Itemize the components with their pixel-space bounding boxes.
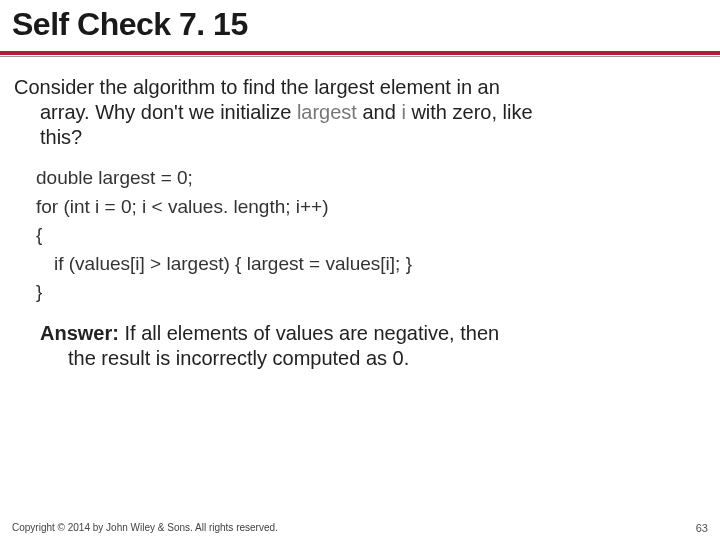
answer-text: Answer: If all elements of values are ne… (0, 307, 720, 371)
code-line-5: } (36, 278, 700, 307)
question-text: Consider the algorithm to find the large… (0, 57, 720, 150)
code-line-4: if (values[i] > largest) { largest = val… (36, 250, 700, 279)
copyright-text: Copyright © 2014 by John Wiley & Sons. A… (12, 522, 278, 534)
question-line2b: and (357, 101, 401, 123)
code-line-3: { (36, 221, 700, 250)
code-line-1: double largest = 0; (36, 164, 700, 193)
question-line2a: array. Why don't we initialize (40, 101, 297, 123)
answer-label: Answer: (40, 322, 119, 344)
page-number: 63 (696, 522, 708, 534)
question-line1: Consider the algorithm to find the large… (14, 76, 500, 98)
title-rule (0, 51, 720, 55)
page-title: Self Check 7. 15 (12, 6, 708, 43)
code-block: double largest = 0; for (int i = 0; i < … (0, 150, 720, 307)
answer-line1: If all elements of values are negative, … (119, 322, 499, 344)
code-line-2: for (int i = 0; i < values. length; i++) (36, 193, 700, 222)
question-line2c: with zero, like (406, 101, 533, 123)
code-ident-largest: largest (297, 101, 357, 123)
question-line3: this? (14, 125, 700, 150)
answer-line2: the result is incorrectly computed as 0. (40, 346, 700, 371)
